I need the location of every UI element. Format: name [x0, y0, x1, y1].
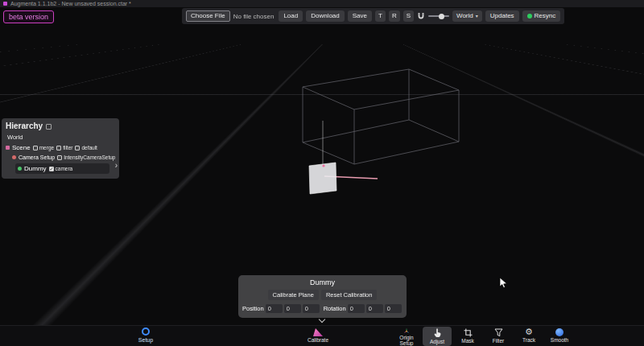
intensity-label: IntensityCameraSetup [64, 154, 115, 160]
position-x-input[interactable] [266, 304, 283, 313]
position-label: Position [242, 305, 264, 312]
camera-checkbox-box: ✓ [49, 167, 54, 171]
pin-icon[interactable] [46, 124, 52, 130]
transform-space-value: World [456, 13, 473, 19]
beta-version-badge: beta version [3, 10, 54, 23]
snap-magnet-icon[interactable] [417, 12, 425, 21]
file-status-text: No file chosen [233, 13, 275, 20]
filter-funnel-icon [494, 328, 503, 337]
scene-node-icon [6, 146, 10, 150]
translate-tool-button[interactable]: T [375, 10, 386, 22]
checkbox-camera[interactable]: ✓ camera [49, 166, 73, 171]
inspector-collapse-button[interactable] [316, 317, 328, 324]
dummy-node-icon [18, 167, 22, 171]
bottom-bar: Setup Calibrate Origin Setup [0, 325, 644, 346]
smooth-circle-icon [555, 328, 564, 336]
rotation-label: Rotation [324, 305, 346, 312]
mask-crop-icon [464, 328, 473, 337]
mode-tabs: Calibrate Origin Setup Adjust [303, 327, 574, 346]
checkbox-default[interactable]: default [75, 145, 97, 150]
position-y-input[interactable] [284, 304, 301, 313]
intensity-checkbox-box [57, 155, 62, 160]
updates-button[interactable]: Updates [485, 10, 519, 22]
hierarchy-item-dummy[interactable]: Dummy ✓ camera [15, 163, 109, 174]
calibrate-plane-button[interactable]: Calibrate Plane [268, 290, 319, 300]
camera-setup-label: Camera Setup [19, 154, 55, 160]
choose-file-button[interactable]: Choose File [186, 10, 230, 22]
snap-strength-slider[interactable] [428, 11, 449, 21]
hierarchy-item-scene[interactable]: Scene merge filter default [6, 144, 116, 151]
app-window: Augmenta 1.1.1b2 - New unsaved session.c… [0, 0, 644, 346]
merge-checkbox-box [33, 146, 38, 150]
tab-adjust[interactable]: Adjust [423, 327, 452, 346]
default-checkbox-box [75, 146, 80, 150]
calibrate-triangle-icon [313, 328, 323, 336]
app-icon [3, 2, 7, 6]
status-dot-icon [527, 14, 532, 19]
dummy-label: Dummy [24, 165, 47, 172]
mouse-cursor [499, 278, 509, 289]
titlebar: Augmenta 1.1.1b2 - New unsaved session.c… [0, 0, 644, 7]
scale-tool-button[interactable]: S [403, 10, 414, 22]
dummy-inspector-panel: Dummy Calibrate Plane Reset Calibration … [238, 275, 407, 318]
hand-cursor-icon [433, 328, 442, 338]
position-z-input[interactable] [303, 304, 320, 313]
setup-icon [142, 327, 150, 336]
transform-space-select[interactable]: World ▾ [452, 10, 482, 22]
default-label: default [81, 145, 97, 150]
tab-smooth[interactable]: Smooth [545, 327, 574, 346]
load-button[interactable]: Load [279, 10, 303, 22]
reset-calibration-button[interactable]: Reset Calibration [321, 290, 378, 300]
rotation-y-input[interactable] [366, 304, 383, 313]
scene-label: Scene [12, 144, 31, 151]
save-button[interactable]: Save [348, 10, 372, 22]
checkbox-filter[interactable]: filter [56, 145, 72, 150]
download-button[interactable]: Download [306, 10, 345, 22]
rotation-x-input[interactable] [348, 304, 365, 313]
merge-label: merge [39, 145, 54, 150]
hierarchy-root-label: World [7, 134, 116, 141]
tab-track[interactable]: ⚙ Track [514, 327, 543, 346]
rotation-z-input[interactable] [385, 304, 402, 313]
camera-label: camera [56, 166, 73, 171]
slider-thumb[interactable] [439, 14, 444, 19]
chevron-down-icon: ▾ [476, 14, 478, 19]
hierarchy-panel: Hierarchy World Scene merge filter defau… [2, 118, 119, 179]
resync-button[interactable]: Resync [522, 10, 561, 22]
tab-origin-setup[interactable]: Origin Setup [392, 327, 421, 346]
filter-checkbox-box [56, 146, 61, 150]
window-title: Augmenta 1.1.1b2 - New unsaved session.c… [10, 0, 131, 7]
tab-mask[interactable]: Mask [453, 327, 482, 346]
track-gear-icon: ⚙ [525, 328, 533, 336]
origin-setup-icon [402, 328, 411, 334]
tab-filter[interactable]: Filter [484, 327, 513, 346]
tab-setup[interactable]: Setup [134, 327, 158, 343]
checkbox-intensity-camera-setup[interactable]: IntensityCameraSetup [57, 154, 115, 160]
setup-label: Setup [138, 337, 153, 343]
filter-label: filter [63, 145, 72, 150]
checkbox-merge[interactable]: merge [33, 145, 54, 150]
camera-setup-node-icon [12, 155, 16, 159]
chevron-down-icon [319, 316, 325, 323]
hierarchy-item-camera-setup[interactable]: Camera Setup IntensityCameraSetup [12, 154, 116, 160]
rotate-tool-button[interactable]: R [389, 10, 400, 22]
resync-label: Resync [535, 13, 556, 19]
inspector-title: Dummy [242, 278, 402, 286]
hierarchy-title: Hierarchy [6, 122, 43, 131]
expand-chevron-icon[interactable]: › [115, 162, 118, 170]
tab-calibrate[interactable]: Calibrate [303, 327, 332, 346]
tabs-spacer [334, 327, 390, 327]
top-toolbar: Choose File No file chosen Load Download… [182, 8, 564, 24]
